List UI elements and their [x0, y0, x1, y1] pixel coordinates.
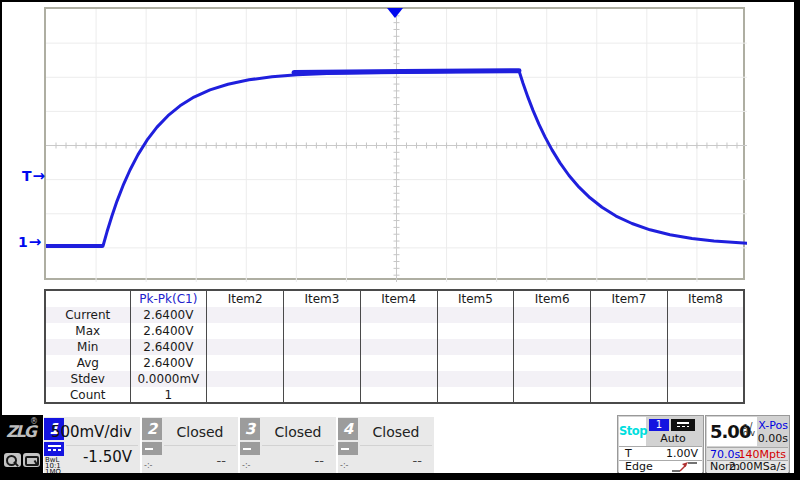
measure-value-cell: [667, 307, 744, 323]
trigger-panel: Stop 1 Auto T 1.00V Edge: [617, 415, 704, 473]
measure-value-cell: [207, 339, 284, 355]
measure-column-header[interactable]: Pk-Pk(C1): [130, 290, 207, 307]
measure-value-cell: [360, 371, 437, 387]
measure-value-cell: [207, 371, 284, 387]
channel1-impedance: 1MΩ: [45, 469, 61, 475]
chann4-probe: -:-: [340, 461, 348, 470]
measure-value-cell: [514, 355, 591, 371]
trigger-coupling-dc-icon[interactable]: [671, 419, 695, 431]
measure-row-label: Max: [45, 323, 130, 339]
measure-row-label: Current: [45, 307, 130, 323]
channel3-coupling-off-icon[interactable]: [240, 442, 260, 455]
measure-row: Avg2.6400V: [45, 355, 744, 371]
measure-column-header[interactable]: Item4: [360, 290, 437, 307]
measure-corner-cell: [45, 290, 130, 307]
measure-value-cell: 0.0000mV: [130, 371, 207, 387]
measure-row-label: Stdev: [45, 371, 130, 387]
channel2-coupling-off-icon[interactable]: [142, 442, 162, 455]
channel1-control[interactable]: 1 BwL 10:1 1MΩ 500mV/div -1.50V: [44, 417, 140, 473]
measure-row-label: Avg: [45, 355, 130, 371]
measure-column-header[interactable]: Item5: [437, 290, 514, 307]
channel1-offset: -1.50V: [83, 448, 132, 466]
measure-column-header[interactable]: Item3: [284, 290, 361, 307]
measure-row: Current2.6400V: [45, 307, 744, 323]
measure-value-cell: 2.6400V: [130, 307, 207, 323]
measure-value-cell: [667, 371, 744, 387]
measurement-table: Pk-Pk(C1)Item2Item3Item4Item5Item6Item7I…: [44, 289, 745, 404]
measure-value-cell: [207, 307, 284, 323]
channel2-badge[interactable]: 2: [142, 418, 162, 440]
trigger-position-marker[interactable]: [387, 8, 403, 18]
measure-value-cell: [591, 371, 668, 387]
channel2-control[interactable]: 2 Closed -:- --: [142, 417, 238, 473]
right-arrow-icon: →: [33, 167, 46, 185]
channel4-badge[interactable]: 4: [338, 418, 358, 440]
measure-value-cell: [284, 307, 361, 323]
measure-value-cell: [667, 355, 744, 371]
channel3-control[interactable]: 3 Closed -:- --: [240, 417, 336, 473]
measure-value-cell: [667, 339, 744, 355]
registered-mark: ®: [30, 417, 38, 426]
measure-value-cell: [437, 307, 514, 323]
waveform-plot: [46, 9, 747, 282]
horizontal-position[interactable]: X-Pos 0.00s: [757, 417, 788, 446]
measure-value-cell: [591, 387, 668, 403]
channel2-state: Closed: [162, 424, 238, 440]
trigger-level-marker[interactable]: T→: [22, 168, 45, 184]
channel2-offset: --: [217, 453, 226, 468]
channel4-offset: --: [413, 453, 422, 468]
measure-value-cell: [437, 371, 514, 387]
measure-column-header[interactable]: Item8: [667, 290, 744, 307]
measure-value-cell: [514, 339, 591, 355]
timebase-scale-button[interactable]: 5.00 s / div: [707, 417, 757, 446]
measure-value-cell: [437, 387, 514, 403]
acquisition-info-row: 70.0s 140Mpts: [707, 447, 788, 460]
channel3-offset: --: [315, 453, 324, 468]
measure-value-cell: [667, 387, 744, 403]
measure-column-header[interactable]: Item6: [514, 290, 591, 307]
measure-column-header[interactable]: Item7: [591, 290, 668, 307]
waveform-area[interactable]: [44, 7, 745, 280]
measure-value-cell: [360, 339, 437, 355]
trigger-type-row[interactable]: Edge: [619, 460, 702, 473]
channel4-coupling-off-icon[interactable]: [338, 442, 358, 455]
measure-row: Stdev0.0000mV: [45, 371, 744, 387]
measure-value-cell: [207, 323, 284, 339]
rising-edge-icon: [671, 461, 698, 473]
trigger-source-badge[interactable]: 1: [649, 419, 669, 431]
oscilloscope-screen: T→ 1→ Pk-Pk(C1)Item2Item3Item4Item5Item6…: [0, 0, 800, 480]
run-state-button[interactable]: Stop: [619, 417, 646, 446]
trigger-sweep-mode[interactable]: Auto: [647, 432, 699, 445]
channel1-dc-coupling-icon[interactable]: [44, 442, 64, 456]
measure-column-header[interactable]: Item2: [207, 290, 284, 307]
measure-value-cell: [591, 307, 668, 323]
channel4-control[interactable]: 4 Closed -:- --: [338, 417, 434, 473]
sample-info-row: Norm 2.00MSa/s: [707, 460, 788, 473]
measure-row-label: Min: [45, 339, 130, 355]
channel3-badge[interactable]: 3: [240, 418, 260, 440]
measure-value-cell: 2.6400V: [130, 339, 207, 355]
channel3-state: Closed: [260, 424, 336, 440]
measure-value-cell: [591, 339, 668, 355]
trigger-level-label: T: [625, 447, 632, 460]
measure-value-cell: [360, 307, 437, 323]
channel4-state: Closed: [358, 424, 434, 440]
measure-value-cell: [207, 355, 284, 371]
control-bar: ZLG ® 1 BwL 10:1 1MΩ 500mV/div -1.50V 2 …: [2, 415, 794, 473]
measure-value-cell: 2.6400V: [130, 355, 207, 371]
measure-value-cell: [437, 323, 514, 339]
measure-value-cell: [284, 355, 361, 371]
measure-value-cell: [591, 323, 668, 339]
channel-marker-label: 1: [18, 234, 28, 250]
measure-value-cell: [514, 371, 591, 387]
channel1-position-marker[interactable]: 1→: [18, 234, 41, 250]
trigger-level-row[interactable]: T 1.00V: [619, 446, 702, 460]
channel1-meta: BwL 10:1 1MΩ: [45, 457, 61, 475]
knob-icon: [4, 453, 21, 467]
touchpad-icon: [23, 453, 40, 467]
measure-value-cell: [437, 355, 514, 371]
sample-rate: 2.00MSa/s: [729, 461, 786, 473]
channel1-scale: 500mV/div: [51, 423, 132, 441]
xpos-value: 0.00s: [757, 432, 788, 445]
brand-logo: ZLG ®: [2, 415, 43, 473]
